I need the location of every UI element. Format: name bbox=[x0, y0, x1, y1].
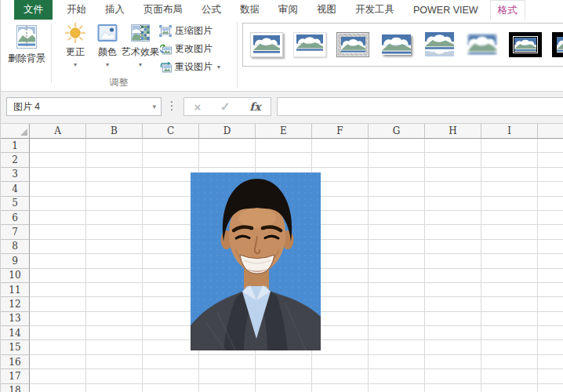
cell-H17[interactable] bbox=[425, 369, 481, 383]
cell-B18[interactable] bbox=[86, 384, 143, 392]
cell-D2[interactable] bbox=[199, 153, 256, 167]
cell-A9[interactable] bbox=[30, 254, 86, 268]
cell-A3[interactable] bbox=[30, 168, 86, 182]
cell-H18[interactable] bbox=[425, 384, 481, 392]
cell-H5[interactable] bbox=[425, 197, 481, 211]
cell-partial[interactable] bbox=[538, 211, 563, 225]
row-header-17[interactable]: 17 bbox=[1, 369, 30, 383]
cell-I5[interactable] bbox=[481, 197, 538, 211]
row-header-5[interactable]: 5 bbox=[1, 197, 30, 211]
cell-partial[interactable] bbox=[538, 269, 563, 283]
row-header-10[interactable]: 10 bbox=[1, 269, 30, 283]
ribbon-tab-power-view[interactable]: POWER VIEW bbox=[406, 0, 485, 20]
name-box-dropdown-icon[interactable]: ▾ bbox=[152, 103, 156, 111]
cell-B11[interactable] bbox=[86, 283, 143, 297]
formula-input[interactable] bbox=[277, 97, 563, 116]
change-picture-button[interactable]: 更改图片 bbox=[159, 41, 237, 57]
cell-partial[interactable] bbox=[538, 369, 563, 383]
row-header-13[interactable]: 13 bbox=[1, 312, 30, 326]
cell-partial[interactable] bbox=[538, 139, 563, 153]
cell-C16[interactable] bbox=[143, 355, 199, 369]
row-header-18[interactable]: 18 bbox=[1, 384, 30, 392]
cell-B7[interactable] bbox=[86, 225, 143, 239]
cell-E1[interactable] bbox=[256, 139, 312, 153]
cell-partial[interactable] bbox=[538, 182, 563, 196]
insert-function-icon[interactable]: fx bbox=[249, 100, 260, 113]
row-header-16[interactable]: 16 bbox=[1, 355, 30, 369]
corrections-button[interactable]: 更正 ▾ bbox=[57, 22, 93, 68]
cell-B8[interactable] bbox=[86, 240, 143, 254]
cell-E18[interactable] bbox=[256, 384, 312, 392]
cell-B4[interactable] bbox=[86, 182, 143, 196]
cell-F1[interactable] bbox=[312, 139, 369, 153]
ribbon-tab-home[interactable]: 开始 bbox=[60, 0, 93, 20]
row-header-4[interactable]: 4 bbox=[1, 182, 30, 196]
cell-partial[interactable] bbox=[538, 297, 563, 311]
cell-G2[interactable] bbox=[369, 153, 425, 167]
column-header-H[interactable]: H bbox=[425, 124, 481, 139]
row-header-15[interactable]: 15 bbox=[1, 340, 30, 354]
cell-G5[interactable] bbox=[369, 197, 425, 211]
ribbon-tab-formulas[interactable]: 公式 bbox=[194, 0, 228, 20]
cell-E17[interactable] bbox=[256, 369, 312, 383]
picture-style-drop-shadow-rectangle[interactable] bbox=[380, 32, 412, 57]
cell-I18[interactable] bbox=[481, 384, 538, 392]
picture-style-metal-frame[interactable] bbox=[336, 32, 369, 57]
reset-picture-button[interactable]: 重设图片 ▾ bbox=[159, 59, 237, 75]
cell-I6[interactable] bbox=[481, 211, 538, 225]
cell-G1[interactable] bbox=[369, 139, 425, 153]
row-header-6[interactable]: 6 bbox=[1, 211, 30, 225]
name-box[interactable]: 图片 4 ▾ bbox=[6, 97, 162, 116]
cell-C17[interactable] bbox=[143, 369, 199, 383]
cell-H11[interactable] bbox=[425, 283, 481, 297]
column-header-C[interactable]: C bbox=[143, 124, 199, 139]
cell-H4[interactable] bbox=[425, 182, 481, 196]
cell-A15[interactable] bbox=[30, 340, 86, 354]
cell-partial[interactable] bbox=[538, 326, 563, 340]
ribbon-tab-page-layout[interactable]: 页面布局 bbox=[136, 0, 190, 20]
cell-E2[interactable] bbox=[256, 153, 312, 167]
cell-F16[interactable] bbox=[312, 355, 369, 369]
cell-G14[interactable] bbox=[369, 326, 425, 340]
cell-G8[interactable] bbox=[369, 240, 425, 254]
cell-I14[interactable] bbox=[481, 326, 538, 340]
cell-G18[interactable] bbox=[369, 384, 425, 392]
cell-partial[interactable] bbox=[538, 240, 563, 254]
cell-partial[interactable] bbox=[538, 384, 563, 392]
cell-G3[interactable] bbox=[369, 168, 425, 182]
cell-B1[interactable] bbox=[86, 139, 143, 153]
cell-F17[interactable] bbox=[312, 369, 369, 383]
cell-A2[interactable] bbox=[30, 153, 86, 167]
cell-B5[interactable] bbox=[86, 197, 143, 211]
cell-H13[interactable] bbox=[425, 312, 481, 326]
picture-style-simple-frame-white[interactable] bbox=[250, 32, 283, 57]
cell-B17[interactable] bbox=[86, 369, 143, 383]
cell-I8[interactable] bbox=[481, 240, 538, 254]
cell-partial[interactable] bbox=[538, 312, 563, 326]
row-header-8[interactable]: 8 bbox=[1, 240, 30, 254]
row-header-9[interactable]: 9 bbox=[1, 254, 30, 268]
picture-style-reflected-rounded-rectangle[interactable] bbox=[423, 32, 456, 57]
cell-partial[interactable] bbox=[538, 340, 563, 354]
artistic-effects-button[interactable]: 艺术效果 ▾ bbox=[120, 22, 161, 68]
ribbon-tab-view[interactable]: 视图 bbox=[310, 0, 343, 20]
cell-D18[interactable] bbox=[199, 384, 256, 392]
cell-D16[interactable] bbox=[199, 355, 256, 369]
cell-I3[interactable] bbox=[481, 168, 538, 182]
cell-A18[interactable] bbox=[30, 384, 86, 392]
cell-C1[interactable] bbox=[143, 139, 199, 153]
inserted-picture[interactable] bbox=[191, 172, 321, 350]
cell-H14[interactable] bbox=[425, 326, 481, 340]
cell-partial[interactable] bbox=[538, 168, 563, 182]
cell-partial[interactable] bbox=[538, 153, 563, 167]
cell-G12[interactable] bbox=[369, 297, 425, 311]
cell-B10[interactable] bbox=[86, 269, 143, 283]
column-header-D[interactable]: D bbox=[199, 124, 256, 139]
cell-A14[interactable] bbox=[30, 326, 86, 340]
ribbon-tab-format[interactable]: 格式 bbox=[490, 0, 525, 20]
cell-partial[interactable] bbox=[538, 197, 563, 211]
cell-partial[interactable] bbox=[538, 355, 563, 369]
cell-G4[interactable] bbox=[369, 182, 425, 196]
cell-C2[interactable] bbox=[143, 153, 199, 167]
cell-I10[interactable] bbox=[481, 269, 538, 283]
